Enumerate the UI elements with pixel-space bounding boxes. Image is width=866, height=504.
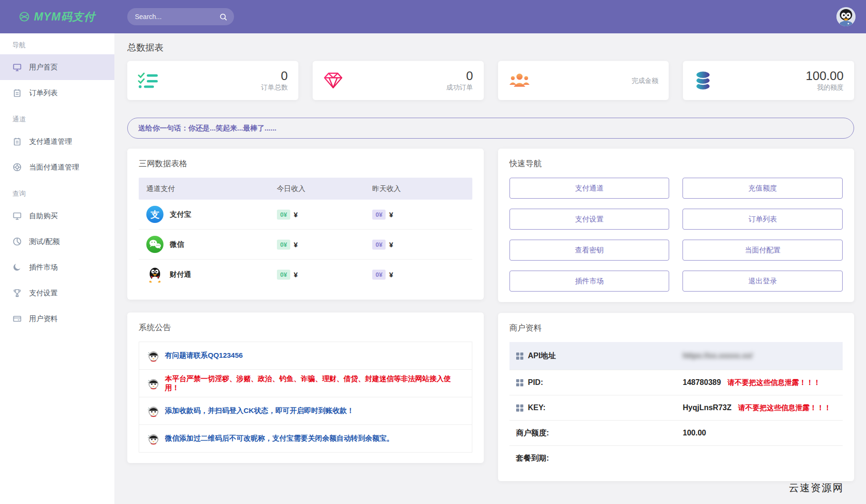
qq-emote-icon bbox=[147, 405, 159, 417]
announcement-text: 本平台严禁一切淫秽、涉赌、政治、钓鱼、诈骗、理财、借贷、封建迷信等非法网站接入使… bbox=[165, 374, 464, 393]
announcement-text: 添加收款码，并扫码登入CK状态，即可开启即时到账收款！ bbox=[165, 406, 354, 415]
sidebar-item-label: 支付通道管理 bbox=[29, 137, 72, 146]
quick-nav-pay-channel-button[interactable]: 支付通道 bbox=[509, 178, 670, 199]
search-icon[interactable] bbox=[219, 13, 227, 21]
crescent-icon bbox=[12, 262, 22, 272]
quick-nav-recharge-quota-button[interactable]: 充值额度 bbox=[683, 178, 843, 199]
logo-icon bbox=[19, 11, 30, 22]
merchant-row-api: API地址 https://xx.xxxxx.xx/ bbox=[509, 342, 843, 370]
sidebar-item-self-buy[interactable]: 自助购买 bbox=[0, 203, 114, 229]
quick-nav-card: 快速导航 支付通道 充值额度 支付设置 订单列表 查看密钥 当面付配置 插件市场… bbox=[498, 149, 855, 302]
grid-icon bbox=[516, 404, 523, 412]
yen-symbol: ¥ bbox=[389, 211, 393, 219]
search-bar[interactable] bbox=[127, 8, 234, 25]
user-avatar[interactable] bbox=[836, 7, 856, 26]
announcements-title: 系统公告 bbox=[139, 322, 472, 333]
network-table-card: 三网数据表格 通道支付 今日收入 昨天收入 支 支付宝 0¥ ¥ bbox=[127, 149, 484, 300]
merchant-label: 套餐到期: bbox=[516, 454, 549, 464]
channel-name: 支付宝 bbox=[170, 210, 191, 219]
tenpay-icon bbox=[146, 266, 163, 283]
sidebar-item-label: 自助购买 bbox=[29, 212, 58, 221]
sidebar-item-test-quota[interactable]: 测试/配额 bbox=[0, 229, 114, 254]
sidebar-section-nav: 导航 bbox=[0, 33, 114, 54]
announcement-item: 本平台严禁一切淫秽、涉赌、政治、钓鱼、诈骗、理财、借贷、封建迷信等非法网站接入使… bbox=[139, 370, 472, 397]
announcements-card: 系统公告 有问题请联系QQ123456 本平台严禁一切淫秽、涉赌、政治、钓鱼、诈… bbox=[127, 312, 484, 463]
today-income-badge: 0¥ bbox=[277, 210, 290, 220]
stat-value: 100.00 bbox=[805, 69, 844, 83]
yesterday-income-badge: 0¥ bbox=[372, 240, 386, 250]
api-address-masked-value: https://xx.xxxxx.xx/ bbox=[683, 352, 753, 360]
qq-penguin-avatar-icon bbox=[836, 7, 856, 26]
sidebar-item-user-home[interactable]: 用户首页 bbox=[0, 54, 114, 80]
database-icon bbox=[693, 70, 715, 91]
yen-symbol: ¥ bbox=[294, 271, 297, 279]
quick-nav-pay-settings-button[interactable]: 支付设置 bbox=[509, 209, 670, 230]
stat-card-my-quota: 100.00 我的额度 bbox=[683, 61, 854, 100]
svg-text:支: 支 bbox=[150, 210, 160, 220]
sidebar-section-query: 查询 bbox=[0, 180, 114, 203]
search-input[interactable] bbox=[134, 12, 219, 21]
merchant-label: PID: bbox=[528, 378, 543, 387]
merchant-row-quota: 商户额度: 100.00 bbox=[509, 421, 843, 446]
quick-nav-order-list-button[interactable]: 订单列表 bbox=[683, 209, 843, 230]
sidebar-item-order-list[interactable]: 订单列表 bbox=[0, 80, 114, 106]
network-table-title: 三网数据表格 bbox=[139, 158, 472, 169]
grid-icon bbox=[516, 353, 523, 360]
page-title: 总数据表 bbox=[127, 41, 854, 54]
sidebar-item-pay-settings[interactable]: 支付设置 bbox=[0, 280, 114, 306]
merchant-row-pid: PID: 148780389 请不要把这些信息泄露！！！ bbox=[509, 370, 843, 395]
pie-chart-icon bbox=[12, 237, 22, 246]
announcement-item: 添加收款码，并扫码登入CK状态，即可开启即时到账收款！ bbox=[139, 397, 472, 425]
sidebar-item-label: 用户资料 bbox=[29, 314, 58, 323]
sidebar-item-f2f-channel-mgmt[interactable]: 当面付通道管理 bbox=[0, 154, 114, 180]
announcement-text: 有问题请联系QQ123456 bbox=[165, 351, 243, 360]
sidebar-item-user-profile[interactable]: 用户资料 bbox=[0, 306, 114, 332]
col-header: 今日收入 bbox=[277, 184, 372, 193]
quick-nav-view-key-button[interactable]: 查看密钥 bbox=[509, 240, 670, 261]
users-icon bbox=[509, 72, 530, 89]
sidebar-item-label: 当面付通道管理 bbox=[29, 163, 79, 172]
qq-emote-icon bbox=[147, 377, 159, 390]
yen-symbol: ¥ bbox=[389, 241, 393, 249]
qq-emote-icon bbox=[147, 433, 159, 445]
notice-banner: 送给你一句话：你还是...笑起来...最棒了...... bbox=[127, 118, 854, 139]
monitor-icon bbox=[12, 211, 22, 221]
stat-label: 我的额度 bbox=[805, 83, 844, 92]
pid-value: 148780389 bbox=[683, 378, 721, 387]
announcement-item: 微信添加过二维码后不可改昵称，支付宝需要关闭余额自动转到余额宝。 bbox=[139, 425, 472, 452]
credit-card-icon bbox=[12, 314, 22, 323]
quick-nav-logout-button[interactable]: 退出登录 bbox=[683, 271, 843, 292]
stats-row: 0 订单总数 0 成功订单 bbox=[127, 61, 854, 100]
yen-symbol: ¥ bbox=[294, 241, 297, 249]
watermark: 云速资源网 bbox=[789, 481, 844, 494]
merchant-row-key: KEY: HyqjLnsR73Z 请不要把这些信息泄露！！！ bbox=[509, 395, 843, 421]
stat-card-success-orders: 0 成功订单 bbox=[313, 61, 484, 100]
main-content: 总数据表 0 订单总数 0 成功订单 bbox=[114, 33, 866, 504]
yen-symbol: ¥ bbox=[389, 271, 393, 279]
leak-warning: 请不要把这些信息泄露！！！ bbox=[728, 378, 821, 387]
sidebar-item-pay-channel-mgmt[interactable]: 支付通道管理 bbox=[0, 129, 114, 154]
merchant-row-package-expiry: 套餐到期: bbox=[509, 446, 843, 471]
quick-nav-plugin-market-button[interactable]: 插件市场 bbox=[509, 271, 670, 292]
brand-title: MYM码支付 bbox=[34, 10, 95, 24]
announcement-text: 微信添加过二维码后不可改昵称，支付宝需要关闭余额自动转到余额宝。 bbox=[165, 434, 394, 443]
sidebar-item-plugin-market[interactable]: 插件市场 bbox=[0, 254, 114, 280]
alipay-icon: 支 bbox=[146, 206, 163, 223]
qq-emote-icon bbox=[147, 350, 159, 362]
grid-icon bbox=[516, 379, 523, 386]
sidebar-item-label: 测试/配额 bbox=[29, 237, 60, 246]
yesterday-income-badge: 0¥ bbox=[372, 210, 386, 220]
stat-value: 0 bbox=[261, 69, 288, 83]
table-row: 财付通 0¥ ¥ 0¥ ¥ bbox=[139, 260, 472, 289]
quick-nav-f2f-config-button[interactable]: 当面付配置 bbox=[683, 240, 843, 261]
table-row: 支 支付宝 0¥ ¥ 0¥ ¥ bbox=[139, 200, 472, 230]
sidebar-section-channel: 通道 bbox=[0, 106, 114, 129]
today-income-badge: 0¥ bbox=[277, 270, 290, 280]
col-header: 昨天收入 bbox=[372, 184, 465, 193]
quick-nav-title: 快速导航 bbox=[509, 158, 843, 169]
trophy-icon bbox=[12, 288, 22, 298]
channel-name: 财付通 bbox=[170, 270, 191, 279]
merchant-info-title: 商户资料 bbox=[509, 323, 843, 333]
stat-label: 订单总数 bbox=[261, 83, 288, 92]
sidebar-item-label: 用户首页 bbox=[29, 63, 58, 72]
